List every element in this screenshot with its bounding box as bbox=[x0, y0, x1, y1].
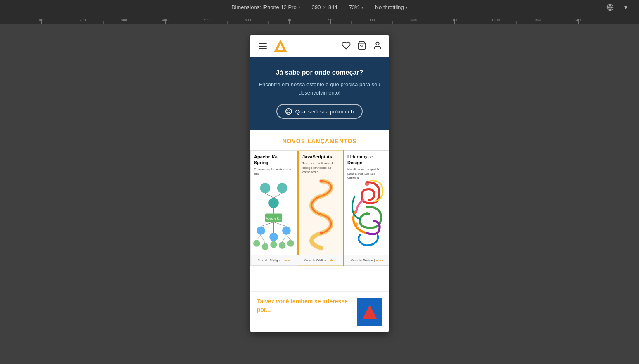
device-label: Dimensions: iPhone 12 Pro bbox=[231, 4, 297, 10]
ruler-label-200: 200 bbox=[79, 18, 86, 22]
user-icon[interactable] bbox=[373, 41, 382, 52]
ruler-label-100: 100 bbox=[38, 18, 44, 22]
svg-line-27 bbox=[257, 235, 261, 240]
ruler-label-400: 400 bbox=[162, 18, 168, 22]
svg-point-6 bbox=[287, 110, 290, 113]
toolbar-end: ▾ bbox=[602, 0, 634, 14]
device-selector[interactable]: Dimensions: iPhone 12 Pro ▾ bbox=[228, 0, 304, 14]
expand-icon[interactable]: ▾ bbox=[621, 2, 631, 12]
svg-point-5 bbox=[376, 42, 379, 45]
device-preview-area: Já sabe por onde começar? Encontre em no… bbox=[0, 24, 639, 364]
svg-point-36 bbox=[365, 182, 369, 186]
book-2-accent bbox=[297, 151, 299, 265]
throttling-section[interactable]: No throttling ▾ bbox=[372, 0, 411, 14]
svg-line-30 bbox=[282, 235, 286, 242]
book-divider-2 bbox=[343, 150, 344, 266]
ruler-label-800: 800 bbox=[327, 18, 333, 22]
svg-point-32 bbox=[320, 180, 323, 182]
svg-text:Apache K...: Apache K... bbox=[266, 217, 281, 220]
svg-point-35 bbox=[320, 232, 323, 234]
app-logo bbox=[273, 38, 288, 54]
book-3-footer: Casa do Código | alura bbox=[344, 255, 389, 265]
svg-point-10 bbox=[268, 198, 279, 208]
cart-icon[interactable] bbox=[357, 41, 366, 52]
svg-point-17 bbox=[269, 233, 278, 241]
ruler-label-700: 700 bbox=[286, 18, 292, 22]
book-2-illustration bbox=[303, 177, 340, 252]
recommendation-book-cover bbox=[359, 299, 381, 326]
book-1-footer: Casa do Código | alura bbox=[251, 255, 297, 265]
book-2-subtitle: Testes e qualidade de código em todas as… bbox=[302, 161, 340, 174]
svg-line-21 bbox=[274, 222, 287, 226]
zoom-dropdown[interactable]: 73% ▾ bbox=[349, 4, 363, 10]
svg-point-37 bbox=[365, 212, 369, 215]
search-circle-icon bbox=[285, 108, 292, 115]
dev-toolbar: Dimensions: iPhone 12 Pro ▾ 390 x 844 73… bbox=[0, 0, 639, 14]
hero-search-button[interactable]: Qual será sua próxima b bbox=[276, 104, 363, 119]
height-value: 844 bbox=[328, 4, 337, 10]
svg-point-34 bbox=[320, 213, 322, 215]
book-1-title: Apache Ka...Spring bbox=[254, 154, 293, 166]
svg-point-26 bbox=[287, 240, 294, 246]
svg-point-22 bbox=[253, 240, 260, 246]
app-header bbox=[250, 35, 389, 57]
svg-point-16 bbox=[257, 226, 265, 235]
svg-line-28 bbox=[261, 235, 265, 243]
throttling-label: No throttling bbox=[375, 4, 404, 10]
book-3-illustration bbox=[347, 179, 387, 249]
books-carousel: Apache Ka...Spring Comunicação assíncron… bbox=[250, 150, 389, 266]
book-3-title: Liderança eDesign bbox=[347, 154, 387, 166]
book-2-title: JavaScript As... bbox=[302, 154, 340, 160]
svg-point-38 bbox=[355, 222, 359, 226]
header-left bbox=[257, 38, 288, 54]
search-placeholder: Qual será sua próxima b bbox=[295, 109, 354, 115]
svg-line-11 bbox=[265, 193, 274, 198]
ruler-label-900: 900 bbox=[368, 18, 375, 22]
svg-point-23 bbox=[262, 243, 268, 250]
book-card-1[interactable]: Apache Ka...Spring Comunicação assíncron… bbox=[250, 150, 297, 266]
ruler-label-1400: 1400 bbox=[574, 18, 582, 22]
section-title: NOVOS LANÇAMENTOS bbox=[250, 138, 389, 144]
book-1-diagram: Apache K... bbox=[252, 173, 295, 254]
recommendation-book-thumb[interactable] bbox=[357, 298, 382, 326]
ruler-label-600: 600 bbox=[245, 18, 251, 22]
zoom-chevron: ▾ bbox=[361, 5, 363, 9]
book-card-2[interactable]: JavaScript As... Testes e qualidade de c… bbox=[297, 150, 344, 266]
times-symbol: x bbox=[323, 4, 326, 10]
svg-point-8 bbox=[260, 183, 271, 193]
svg-point-9 bbox=[277, 183, 287, 193]
device-dropdown[interactable]: Dimensions: iPhone 12 Pro ▾ bbox=[231, 4, 300, 10]
svg-point-33 bbox=[320, 195, 322, 197]
book-divider bbox=[297, 150, 297, 266]
ruler-label-500: 500 bbox=[203, 18, 209, 22]
zoom-section[interactable]: 73% ▾ bbox=[346, 0, 367, 14]
more-options-icon[interactable] bbox=[605, 2, 615, 12]
svg-line-12 bbox=[274, 193, 283, 198]
book-2-footer: Casa do Código | alura bbox=[297, 255, 343, 265]
recommendation-section: Talvez você também se interesse por... bbox=[250, 291, 389, 332]
ruler-label-1000: 1000 bbox=[409, 18, 417, 22]
svg-point-24 bbox=[270, 241, 277, 248]
wishlist-icon[interactable] bbox=[342, 41, 351, 52]
recommendation-text: Talvez você também se interesse por... bbox=[257, 298, 352, 314]
svg-point-18 bbox=[282, 226, 291, 235]
svg-point-25 bbox=[279, 242, 285, 249]
ruler-label-1200: 1200 bbox=[492, 18, 500, 22]
books-section: NOVOS LANÇAMENTOS Apache Ka...Spring Com… bbox=[250, 130, 389, 291]
dimensions-section: 390 x 844 bbox=[309, 0, 341, 14]
width-value: 390 bbox=[312, 4, 321, 10]
svg-line-19 bbox=[261, 222, 274, 226]
device-chevron: ▾ bbox=[298, 5, 300, 9]
ruler-label-1100: 1100 bbox=[450, 18, 458, 22]
throttling-chevron: ▾ bbox=[406, 5, 408, 9]
ruler-label-1300: 1300 bbox=[533, 18, 541, 22]
ruler-label-300: 300 bbox=[121, 18, 127, 22]
zoom-value: 73% bbox=[349, 4, 360, 10]
hamburger-icon[interactable] bbox=[257, 42, 268, 51]
header-icons bbox=[342, 41, 382, 52]
throttling-dropdown[interactable]: No throttling ▾ bbox=[375, 4, 408, 10]
phone-frame: Já sabe por onde começar? Encontre em no… bbox=[250, 35, 389, 332]
hero-subtitle: Encontre em nossa estante o que precisa … bbox=[259, 80, 380, 97]
book-card-3[interactable]: Liderança eDesign Habilidades de gestão … bbox=[344, 150, 389, 266]
hero-title: Já sabe por onde começar? bbox=[259, 69, 380, 76]
